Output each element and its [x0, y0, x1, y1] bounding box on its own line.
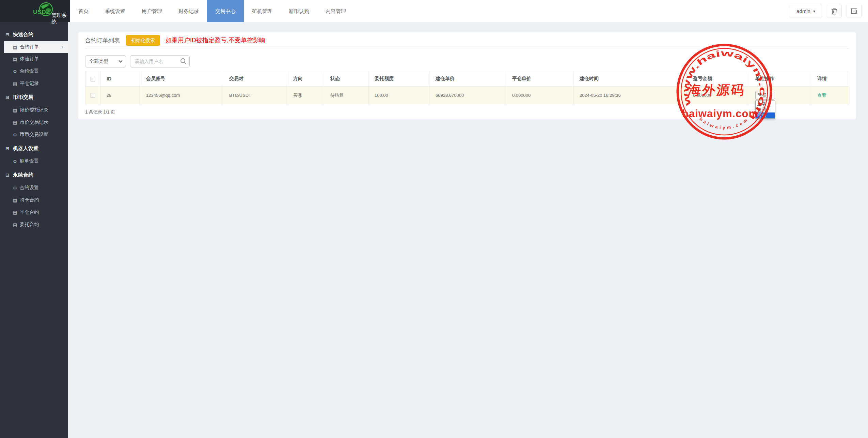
admin-user-label: admin [796, 8, 810, 14]
init-search-button[interactable]: 初始化搜索 [126, 35, 160, 46]
main-area: 合约订单列表 初始化搜索 如果用户ID被指定盈亏,不受单控影响 全部类型 [68, 22, 868, 438]
col-header-control: 单控操作 [749, 71, 811, 87]
sidebar-item-contract-orders[interactable]: ▤ 合约订单 › [4, 41, 68, 53]
filter-row: 全部类型 [85, 55, 849, 67]
sidebar-section-perpetual: ⊟ 永续合约 ⚙ 合约设置 ▤ 持仓合约 ▤ 平仓合约 ▤ 委托合约 [0, 167, 68, 231]
cell-open-time: 2024-05-20 16:29:36 [573, 87, 687, 104]
option-loss[interactable]: 亏损 [756, 112, 775, 118]
sidebar-item-holding-contracts[interactable]: ▤ 持仓合约 [0, 194, 68, 206]
sidebar-item-label: 体验订单 [20, 56, 39, 62]
logo-text: USDZ [33, 9, 50, 16]
list-icon: ▤ [13, 81, 17, 86]
cell-id: 28 [100, 87, 140, 104]
nav-item-system-settings[interactable]: 系统设置 [97, 0, 133, 22]
sidebar-item-limit-orders[interactable]: ▤ 限价委托记录 [0, 104, 68, 116]
list-icon: ▤ [13, 108, 17, 113]
logout-button[interactable] [847, 5, 862, 17]
col-header-pair: 交易对 [223, 71, 287, 87]
sidebar-item-label: 持仓合约 [20, 197, 39, 203]
cell-control: 亏损 正常 盈利 亏损 [749, 87, 811, 104]
collapse-icon: ⊟ [5, 95, 9, 100]
collapse-icon: ⊟ [5, 146, 9, 151]
sidebar-section-spot-trading: ⊟ 币币交易 ▤ 限价委托记录 ▤ 市价交易记录 ⚙ 币币交易设置 [0, 90, 68, 141]
logout-icon [851, 8, 857, 14]
col-header-amount: 委托额度 [368, 71, 429, 87]
sidebar: ⊟ 快速合约 ▤ 合约订单 › ▤ 体验订单 ⚙ 合约设置 ▤ 平仓记录 ⊟ 币… [0, 22, 68, 438]
control-select-dropdown: 正常 盈利 亏损 [755, 101, 775, 119]
table-row: 28 123456@qq.com BTC/USDT 买涨 待结算 100.00 … [85, 87, 849, 104]
col-header-close-price: 平仓单价 [506, 71, 573, 87]
cell-direction: 买涨 [287, 87, 324, 104]
search-icon[interactable] [180, 58, 187, 64]
col-header-profit: 盈亏金额 [687, 71, 749, 87]
cell-account: 123456@qq.com [140, 87, 223, 104]
pagination-summary: 1 条记录 1/1 页 [85, 109, 849, 115]
sidebar-section-header[interactable]: ⊟ 快速合约 [0, 28, 68, 41]
col-header-direction: 方向 [287, 71, 324, 87]
col-header-open-price: 建仓单价 [429, 71, 506, 87]
option-normal[interactable]: 正常 [756, 101, 775, 107]
cell-detail: 查看 [811, 87, 849, 104]
nav-item-finance-records[interactable]: 财务记录 [170, 0, 207, 22]
clear-cache-button[interactable] [827, 5, 842, 17]
top-bar: USDZ 管理系统 首页 系统设置 用户管理 财务记录 交易中心 矿机管理 新币… [0, 0, 868, 22]
top-navigation: 首页 系统设置 用户管理 财务记录 交易中心 矿机管理 新币认购 内容管理 [70, 0, 354, 22]
view-link[interactable]: 查看 [817, 93, 826, 98]
sidebar-item-bot-settings[interactable]: ⚙ 刷单设置 [0, 155, 68, 167]
sidebar-section-header[interactable]: ⊟ 永续合约 [0, 168, 68, 182]
sidebar-item-trial-orders[interactable]: ▤ 体验订单 [0, 53, 68, 65]
sidebar-item-perp-settings[interactable]: ⚙ 合约设置 [0, 182, 68, 194]
username-search [130, 55, 190, 67]
sidebar-item-close-records[interactable]: ▤ 平仓记录 [0, 77, 68, 90]
sidebar-item-closed-contracts[interactable]: ▤ 平仓合约 [0, 206, 68, 218]
card-header: 合约订单列表 初始化搜索 如果用户ID被指定盈亏,不受单控影响 [85, 32, 849, 48]
nav-item-user-management[interactable]: 用户管理 [133, 0, 170, 22]
cell-open-price: 66928.670000 [429, 87, 506, 104]
collapse-icon: ⊟ [5, 172, 9, 178]
trash-icon [831, 8, 837, 15]
control-select[interactable]: 亏损 [755, 91, 774, 100]
chevron-down-icon [119, 59, 122, 62]
sidebar-item-label: 刷单设置 [20, 158, 39, 164]
nav-item-trade-center[interactable]: 交易中心 [207, 0, 244, 22]
page-title: 合约订单列表 [85, 36, 120, 44]
sidebar-item-entrust-contracts[interactable]: ▤ 委托合约 [0, 218, 68, 231]
list-icon: ▤ [13, 198, 17, 203]
table-header-row: ID 会员账号 交易对 方向 状态 委托额度 建仓单价 平仓单价 建仓时间 盈亏… [85, 71, 849, 87]
type-select[interactable]: 全部类型 [85, 55, 126, 67]
sidebar-item-label: 平仓合约 [20, 209, 39, 215]
list-icon: ▤ [13, 222, 17, 227]
col-header-status: 状态 [324, 71, 368, 87]
logo-block: USDZ 管理系统 [0, 0, 70, 22]
nav-item-miner-management[interactable]: 矿机管理 [244, 0, 281, 22]
sidebar-item-label: 限价委托记录 [20, 107, 48, 113]
list-icon: ▤ [13, 45, 17, 50]
sidebar-section-header[interactable]: ⊟ 币币交易 [0, 90, 68, 104]
collapse-icon: ⊟ [5, 32, 9, 37]
row-checkbox[interactable] [91, 93, 95, 98]
type-select-value: 全部类型 [89, 58, 108, 64]
gear-icon: ⚙ [13, 69, 17, 74]
nav-item-home[interactable]: 首页 [70, 0, 97, 22]
chevron-right-icon: › [61, 44, 63, 50]
caret-down-icon: ▾ [813, 9, 815, 14]
sidebar-item-market-records[interactable]: ▤ 市价交易记录 [0, 116, 68, 129]
nav-item-content-management[interactable]: 内容管理 [317, 0, 354, 22]
app-title: 管理系统 [51, 12, 70, 25]
gear-icon: ⚙ [13, 185, 17, 191]
sidebar-item-contract-settings[interactable]: ⚙ 合约设置 [0, 65, 68, 77]
col-header-id: ID [100, 71, 140, 87]
cell-profit: 0.000000 [687, 87, 749, 104]
option-profit[interactable]: 盈利 [756, 107, 775, 112]
gear-icon: ⚙ [13, 159, 17, 164]
sidebar-section-header[interactable]: ⊟ 机器人设置 [0, 141, 68, 155]
admin-user-menu[interactable]: admin ▾ [790, 5, 822, 17]
sidebar-item-label: 币币交易设置 [20, 132, 48, 138]
sidebar-item-spot-settings[interactable]: ⚙ 币币交易设置 [0, 129, 68, 141]
list-icon: ▤ [13, 57, 17, 62]
nav-item-new-coin[interactable]: 新币认购 [281, 0, 317, 22]
sidebar-item-label: 平仓记录 [20, 80, 39, 87]
sidebar-item-label: 合约订单 [20, 44, 39, 50]
select-all-checkbox[interactable] [91, 77, 95, 81]
sidebar-section-robot: ⊟ 机器人设置 ⚙ 刷单设置 [0, 141, 68, 167]
